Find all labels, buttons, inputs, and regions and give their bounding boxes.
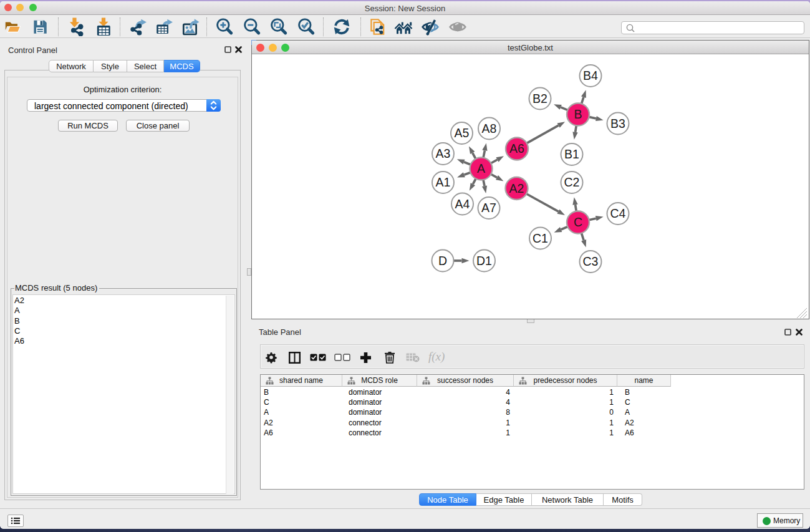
svg-text:A1: A1 [436,175,451,189]
svg-text:C3: C3 [583,254,599,268]
svg-text:B3: B3 [610,117,625,130]
svg-text:B1: B1 [564,147,579,161]
svg-text:A8: A8 [482,122,497,135]
svg-text:D1: D1 [476,254,492,268]
svg-text:A5: A5 [455,126,470,140]
svg-text:D: D [438,254,447,268]
svg-text:A7: A7 [481,201,496,215]
svg-text:B2: B2 [533,92,547,105]
svg-text:C1: C1 [533,231,548,245]
svg-text:A3: A3 [436,147,451,160]
svg-text:A6: A6 [509,142,524,155]
svg-text:C: C [574,215,582,229]
svg-text:B4: B4 [583,69,598,82]
svg-text:C2: C2 [564,175,580,189]
svg-text:A: A [477,162,485,175]
svg-text:A4: A4 [455,197,470,211]
svg-text:C4: C4 [610,206,626,220]
svg-text:B: B [574,107,582,121]
svg-text:A2: A2 [509,181,524,195]
